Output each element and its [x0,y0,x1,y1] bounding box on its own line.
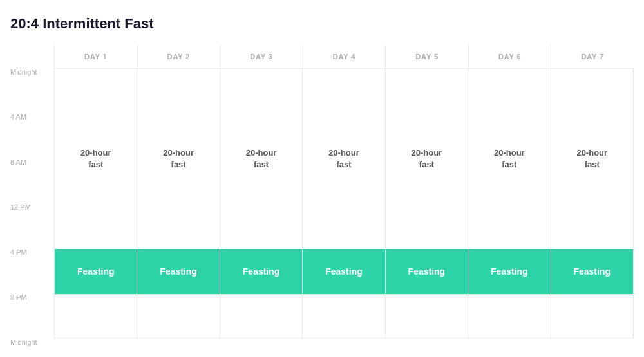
day-headers: DAY 1 DAY 2 DAY 3 DAY 4 DAY 5 DAY 6 DAY … [54,45,634,68]
feasting-label-6: Feasting [491,266,528,277]
feasting-label-3: Feasting [243,266,280,277]
fast-block-6: 20-hourfast [468,69,550,249]
day-header-1: DAY 1 [54,45,137,68]
time-label-8am: 8 AM [10,158,54,203]
feast-block-1: Feasting [55,249,137,294]
day-header-7: DAY 7 [551,45,634,68]
fast-label-4: 20-hourfast [328,147,359,170]
fast-label-5: 20-hourfast [412,147,442,170]
chart-container: Midnight 4 AM 8 AM 12 PM 4 PM 8 PM Midni… [10,45,634,338]
feast-block-2: Feasting [137,249,219,294]
day-col-5: 20-hourfast Feasting [385,69,468,339]
day-header-6: DAY 6 [468,45,551,68]
time-label-4am: 4 AM [10,113,54,158]
time-label-4pm: 4 PM [10,248,54,293]
feast-block-6: Feasting [468,249,550,294]
fast-label-6: 20-hourfast [494,147,525,170]
day-col-3: 20-hourfast Feasting [220,69,302,339]
fast-label-2: 20-hourfast [163,147,194,170]
fast-label-3: 20-hourfast [246,147,277,170]
day-header-5: DAY 5 [385,45,468,68]
schedule-body: 20-hourfast Feasting 20-hourfast Feastin… [54,68,634,338]
day-header-4: DAY 4 [303,45,386,68]
day-col-2: 20-hourfast Feasting [137,69,219,339]
time-axis: Midnight 4 AM 8 AM 12 PM 4 PM 8 PM Midni… [10,45,54,338]
day-header-3: DAY 3 [220,45,303,68]
fast-block-4: 20-hourfast [303,69,384,249]
feast-block-3: Feasting [220,249,302,294]
feasting-label-1: Feasting [77,266,115,277]
schedule-grid: DAY 1 DAY 2 DAY 3 DAY 4 DAY 5 DAY 6 DAY … [54,45,634,338]
fast-block-5: 20-hourfast [386,69,468,249]
feast-block-4: Feasting [303,249,384,294]
page-title: 20:4 Intermittent Fast [10,15,634,32]
day-header-2: DAY 2 [137,45,220,68]
fast-label-7: 20-hourfast [576,147,607,170]
feasting-label-4: Feasting [325,266,363,277]
feast-block-7: Feasting [551,249,633,294]
day-col-4: 20-hourfast Feasting [302,69,384,339]
time-label-8pm: 8 PM [10,293,54,338]
time-label-midnight: Midnight [10,68,54,113]
fast-block-3: 20-hourfast [220,69,302,249]
fast-label-1: 20-hourfast [80,147,111,170]
day-col-1: 20-hourfast Feasting [54,69,137,339]
feasting-label-5: Feasting [408,266,446,277]
day-col-7: 20-hourfast Feasting [551,69,633,339]
day-col-6: 20-hourfast Feasting [468,69,550,339]
feast-block-5: Feasting [386,249,468,294]
fast-block-2: 20-hourfast [137,69,219,249]
fast-block-1: 20-hourfast [55,69,137,249]
feasting-label-2: Feasting [160,266,197,277]
feasting-label-7: Feasting [573,266,611,277]
time-label-12pm: 12 PM [10,203,54,248]
fast-block-7: 20-hourfast [551,69,633,249]
